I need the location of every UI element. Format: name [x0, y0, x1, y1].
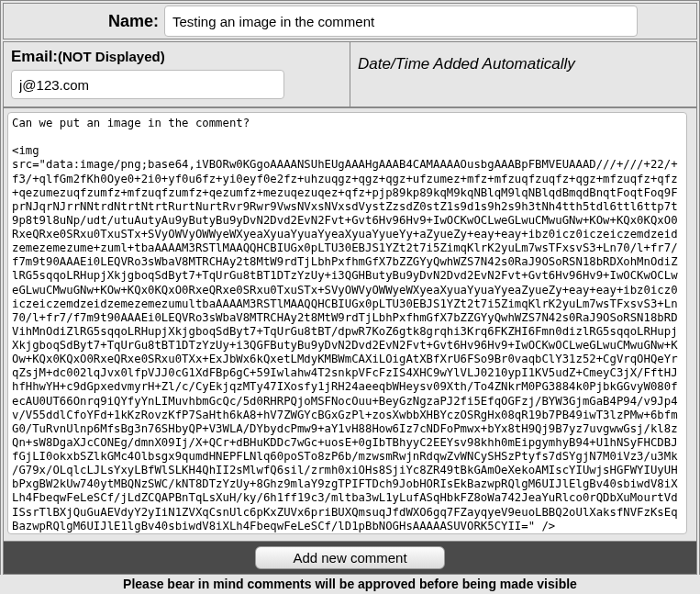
add-comment-button[interactable]: Add new comment	[255, 546, 444, 569]
submit-row: Add new comment	[3, 542, 697, 575]
email-input[interactable]	[11, 70, 284, 99]
footer-note: Please bear in mind comments will be app…	[0, 575, 700, 591]
comment-textarea[interactable]	[7, 112, 687, 534]
datetime-cell: Date/Time Added Automatically	[350, 41, 697, 107]
email-label: Email:	[11, 48, 58, 65]
comment-row	[3, 107, 697, 542]
datetime-label: Date/Time Added Automatically	[358, 48, 689, 73]
name-row: Name:	[3, 3, 697, 39]
email-cell: Email:(NOT Displayed)	[3, 41, 350, 107]
email-hint: (NOT Displayed)	[58, 49, 165, 64]
name-input[interactable]	[164, 6, 638, 37]
name-label: Name:	[108, 12, 159, 31]
mid-row: Email:(NOT Displayed) Date/Time Added Au…	[3, 41, 697, 107]
